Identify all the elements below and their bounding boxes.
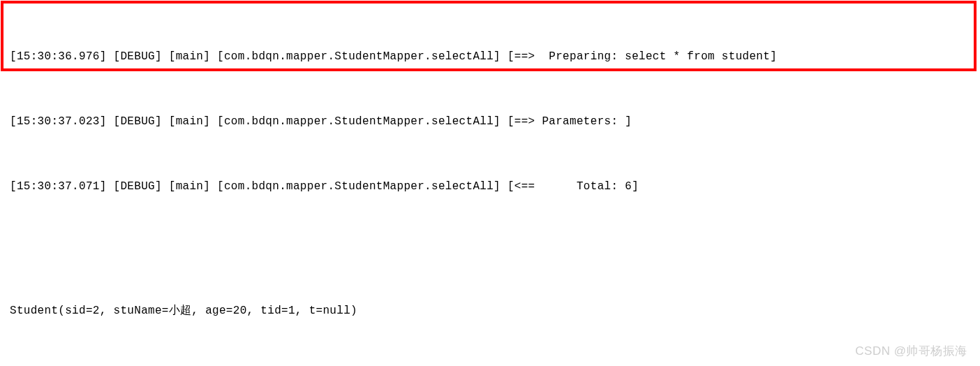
clipped-line-wrapper: Student(sid=1, stuName=小新, age=18, tid=1… xyxy=(10,241,980,257)
debug-line: [15:30:37.023] [DEBUG] [main] [com.bdqn.… xyxy=(10,111,980,133)
console-output: [15:30:36.976] [DEBUG] [main] [com.bdqn.… xyxy=(0,0,980,366)
debug-line: [15:30:37.071] [DEBUG] [main] [com.bdqn.… xyxy=(10,176,980,198)
debug-line: [15:30:36.976] [DEBUG] [main] [com.bdqn.… xyxy=(10,46,980,68)
student-line: Student(sid=2, stuName=小超, age=20, tid=1… xyxy=(10,300,980,322)
